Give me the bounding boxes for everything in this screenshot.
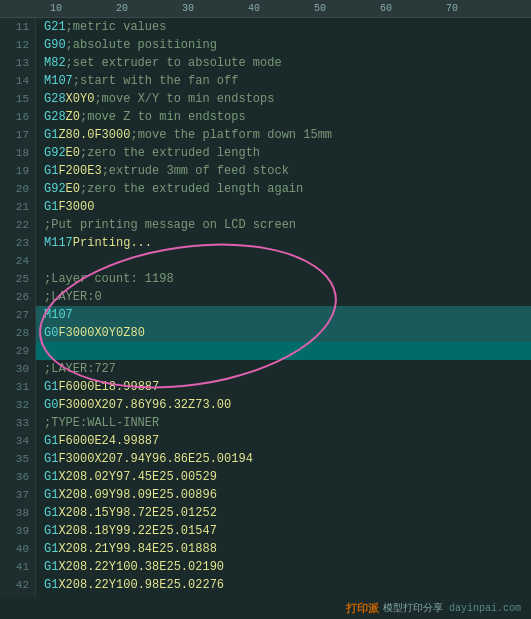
line-number: 34 [0, 432, 36, 450]
brand-sub: 模型打印分享 [383, 601, 443, 615]
line-content: ;Put printing message on LCD screen [36, 216, 296, 234]
line-number: 17 [0, 126, 36, 144]
line-content: G1 F6000 E18.99887 [36, 378, 159, 396]
line-number: 13 [0, 54, 36, 72]
line-number: 31 [0, 378, 36, 396]
ruler-label: 40 [248, 3, 260, 14]
line-content: ;Layer count: 1198 [36, 270, 174, 288]
line-content: G1 F3000 X207.94 Y96.86 E25.00194 [36, 450, 253, 468]
line-content: G1 X208.22 Y100.98 E25.02276 [36, 576, 224, 594]
table-row: 30;LAYER:727 [0, 360, 531, 378]
table-row: 12G90 ;absolute positioning [0, 36, 531, 54]
table-row: 22;Put printing message on LCD screen [0, 216, 531, 234]
table-row: 38G1 X208.15 Y98.72 E25.01252 [0, 504, 531, 522]
line-content: G0 F3000 X207.86 Y96.32 Z73.00 [36, 396, 231, 414]
table-row: 32G0 F3000 X207.86 Y96.32 Z73.00 [0, 396, 531, 414]
table-row: 11G21 ;metric values [0, 18, 531, 36]
table-row: 39G1 X208.18 Y99.22 E25.01547 [0, 522, 531, 540]
line-content: G1 X208.21 Y99.84 E25.01888 [36, 540, 217, 558]
line-number: 20 [0, 180, 36, 198]
line-number: 37 [0, 486, 36, 504]
line-content: G28 X0 Y0 ;move X/Y to min endstops [36, 90, 274, 108]
brand-name: 打印派 [346, 601, 379, 616]
ruler-label: 10 [50, 3, 62, 14]
ruler-label: 60 [380, 3, 392, 14]
line-content: G1 Z80.0 F3000 ;move the platform down 1… [36, 126, 332, 144]
line-number: 26 [0, 288, 36, 306]
line-number: 42 [0, 576, 36, 594]
table-row: 18G92 E0 ;zero the extruded length [0, 144, 531, 162]
ruler-label: 50 [314, 3, 326, 14]
line-number: 18 [0, 144, 36, 162]
code-editor[interactable]: 11G21 ;metric values12G90 ;absolute posi… [0, 18, 531, 597]
line-content: M107 ;start with the fan off [36, 72, 238, 90]
line-content: G1 X208.22 Y100.38 E25.02190 [36, 558, 224, 576]
line-number: 19 [0, 162, 36, 180]
table-row: 31G1 F6000 E18.99887 [0, 378, 531, 396]
table-row: 20G92 E0 ;zero the extruded length again [0, 180, 531, 198]
ruler-label: 20 [116, 3, 128, 14]
line-number: 25 [0, 270, 36, 288]
line-number: 23 [0, 234, 36, 252]
line-content: G1 X208.02 Y97.45 E25.00529 [36, 468, 217, 486]
line-content: ;TYPE:WALL-INNER [36, 414, 159, 432]
table-row: 37G1 X208.09 Y98.09 E25.00896 [0, 486, 531, 504]
table-row: 26;LAYER:0 [0, 288, 531, 306]
line-content [36, 342, 44, 360]
footer: 打印派 模型打印分享 dayinpai.com [0, 597, 531, 619]
table-row: 29 [0, 342, 531, 360]
table-row: 25;Layer count: 1198 [0, 270, 531, 288]
line-content: G0 F3000 X0 Y0 Z80 [36, 324, 145, 342]
table-row: 36G1 X208.02 Y97.45 E25.00529 [0, 468, 531, 486]
line-content: G1 X208.15 Y98.72 E25.01252 [36, 504, 217, 522]
table-row: 21G1 F3000 [0, 198, 531, 216]
table-row: 19G1 F200 E3 ;extrude 3mm of feed stock [0, 162, 531, 180]
line-content: ;LAYER:0 [36, 288, 102, 306]
line-number: 24 [0, 252, 36, 270]
line-content [36, 252, 44, 270]
table-row: 13M82 ;set extruder to absolute mode [0, 54, 531, 72]
line-content: M107 [36, 306, 73, 324]
line-content: G21 ;metric values [36, 18, 166, 36]
ruler: 10 20 30 40 50 60 70 [0, 0, 531, 18]
ruler-label: 30 [182, 3, 194, 14]
line-content: G1 F6000 E24.99887 [36, 432, 159, 450]
line-number: 14 [0, 72, 36, 90]
line-content: ;LAYER:727 [36, 360, 116, 378]
line-number: 21 [0, 198, 36, 216]
table-row: 27M107 [0, 306, 531, 324]
table-row: 23M117 Printing... [0, 234, 531, 252]
ruler-label: 70 [446, 3, 458, 14]
line-number: 35 [0, 450, 36, 468]
line-number: 38 [0, 504, 36, 522]
line-number: 39 [0, 522, 36, 540]
line-number: 22 [0, 216, 36, 234]
line-number: 16 [0, 108, 36, 126]
table-row: 28G0 F3000 X0 Y0 Z80 [0, 324, 531, 342]
line-number: 12 [0, 36, 36, 54]
line-content: G92 E0 ;zero the extruded length [36, 144, 260, 162]
line-number: 27 [0, 306, 36, 324]
line-number: 15 [0, 90, 36, 108]
table-row: 14M107 ;start with the fan off [0, 72, 531, 90]
table-row: 15G28 X0 Y0 ;move X/Y to min endstops [0, 90, 531, 108]
brand-url: dayinpai.com [449, 603, 521, 614]
table-row: 24 [0, 252, 531, 270]
table-row: 40G1 X208.21 Y99.84 E25.01888 [0, 540, 531, 558]
table-row: 33;TYPE:WALL-INNER [0, 414, 531, 432]
line-content: G28 Z0 ;move Z to min endstops [36, 108, 246, 126]
line-number: 41 [0, 558, 36, 576]
line-content: G1 F200 E3 ;extrude 3mm of feed stock [36, 162, 289, 180]
line-number: 28 [0, 324, 36, 342]
line-content: G92 E0 ;zero the extruded length again [36, 180, 303, 198]
table-row: 16G28 Z0 ;move Z to min endstops [0, 108, 531, 126]
line-content: M82 ;set extruder to absolute mode [36, 54, 282, 72]
line-number: 40 [0, 540, 36, 558]
line-number: 32 [0, 396, 36, 414]
table-row: 17G1 Z80.0 F3000 ;move the platform down… [0, 126, 531, 144]
line-content: G1 X208.09 Y98.09 E25.00896 [36, 486, 217, 504]
line-number: 30 [0, 360, 36, 378]
line-content: G90 ;absolute positioning [36, 36, 217, 54]
table-row: 34G1 F6000 E24.99887 [0, 432, 531, 450]
line-number: 36 [0, 468, 36, 486]
